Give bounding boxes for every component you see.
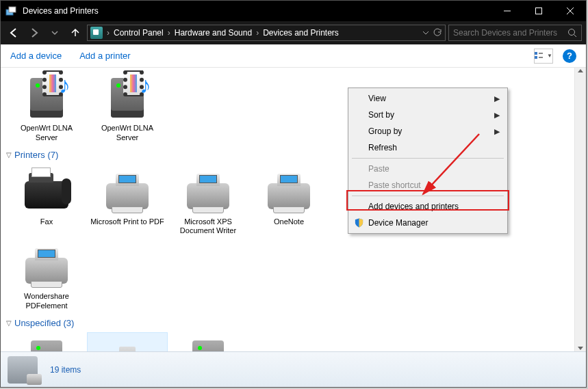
device-label: Wondershare PDFelement bbox=[9, 292, 84, 311]
device-item[interactable]: ♪ OpenWrt DLNA Server bbox=[87, 70, 168, 146]
breadcrumb-control-panel[interactable]: Control Panel bbox=[111, 28, 166, 38]
device-label: OneNote bbox=[274, 217, 304, 227]
view-mode-button[interactable]: ▼ bbox=[534, 49, 553, 64]
window-title: Devices and Printers bbox=[21, 6, 491, 16]
ctx-paste: Paste bbox=[350, 161, 505, 177]
unspecified-section-header[interactable]: ▽ Unspecified (3) bbox=[1, 314, 574, 330]
command-bar: Add a device Add a printer ▼ ? bbox=[1, 44, 586, 68]
device-label: Fax bbox=[40, 217, 53, 227]
music-note-icon: ♪ bbox=[140, 72, 151, 98]
svg-line-7 bbox=[574, 35, 577, 38]
submenu-arrow-icon: ▶ bbox=[494, 94, 500, 103]
music-note-icon: ♪ bbox=[59, 72, 71, 98]
unspecified-item-selected[interactable] bbox=[87, 332, 168, 352]
svg-rect-10 bbox=[539, 53, 543, 54]
section-label: Unspecified (3) bbox=[14, 318, 74, 328]
context-menu: View▶ Sort by▶ Group by▶ Refresh Paste P… bbox=[348, 88, 508, 234]
submenu-arrow-icon: ▶ bbox=[494, 111, 500, 120]
up-button[interactable] bbox=[66, 24, 84, 42]
status-text: 19 items bbox=[50, 365, 81, 375]
device-label: OpenWrt DLNA Server bbox=[9, 124, 84, 143]
search-input[interactable] bbox=[453, 28, 567, 38]
breadcrumb-devices-printers[interactable]: Devices and Printers bbox=[260, 28, 342, 38]
help-button[interactable]: ? bbox=[563, 49, 576, 63]
add-printer-link[interactable]: Add a printer bbox=[79, 51, 130, 61]
device-label: OpenWrt DLNA Server bbox=[90, 124, 165, 143]
add-device-link[interactable]: Add a device bbox=[10, 51, 62, 61]
printer-item[interactable]: Wondershare PDFelement bbox=[6, 239, 87, 314]
breadcrumb-hardware-sound[interactable]: Hardware and Sound bbox=[172, 28, 255, 38]
ctx-paste-shortcut: Paste shortcut bbox=[350, 177, 505, 193]
submenu-arrow-icon: ▶ bbox=[494, 127, 500, 136]
search-box[interactable] bbox=[448, 25, 582, 41]
unspecified-grid bbox=[1, 330, 574, 352]
svg-rect-1 bbox=[9, 7, 16, 12]
device-label: Microsoft XPS Document Writer bbox=[170, 217, 246, 237]
forward-button[interactable] bbox=[25, 24, 43, 42]
unspecified-item[interactable] bbox=[168, 332, 248, 352]
menu-separator bbox=[352, 158, 504, 159]
address-bar[interactable]: › Control Panel › Hardware and Sound › D… bbox=[87, 25, 446, 41]
ctx-view[interactable]: View▶ bbox=[350, 90, 505, 107]
printer-item[interactable]: OneNote bbox=[248, 164, 329, 239]
ctx-refresh[interactable]: Refresh bbox=[350, 139, 505, 156]
menu-separator bbox=[352, 196, 504, 196]
chevron-right-icon[interactable]: › bbox=[105, 28, 111, 38]
svg-rect-8 bbox=[535, 52, 537, 55]
ctx-group-by[interactable]: Group by▶ bbox=[350, 123, 505, 139]
status-icon bbox=[8, 356, 38, 384]
chevron-right-icon[interactable]: › bbox=[166, 28, 172, 38]
ctx-sort-by[interactable]: Sort by▶ bbox=[350, 107, 505, 123]
printer-item[interactable]: Microsoft Print to PDF bbox=[87, 164, 168, 239]
printer-item-fax[interactable]: Fax bbox=[6, 164, 87, 239]
maximize-button[interactable] bbox=[523, 1, 554, 21]
unspecified-item[interactable] bbox=[6, 332, 87, 352]
chevron-down-icon: ▽ bbox=[6, 319, 14, 327]
vertical-scrollbar[interactable] bbox=[574, 68, 586, 351]
refresh-icon[interactable] bbox=[433, 28, 442, 38]
minimize-button[interactable] bbox=[491, 1, 523, 21]
back-button[interactable] bbox=[5, 24, 23, 42]
search-icon[interactable] bbox=[567, 28, 577, 38]
svg-rect-9 bbox=[535, 56, 537, 59]
svg-rect-11 bbox=[539, 57, 543, 58]
title-bar: Devices and Printers bbox=[1, 1, 586, 21]
nav-bar: › Control Panel › Hardware and Sound › D… bbox=[1, 21, 586, 44]
section-label: Printers (7) bbox=[14, 150, 58, 160]
address-dropdown-icon[interactable] bbox=[422, 29, 430, 37]
chevron-right-icon[interactable]: › bbox=[255, 28, 260, 38]
printer-item[interactable]: Microsoft XPS Document Writer bbox=[168, 164, 248, 239]
location-icon bbox=[90, 27, 103, 39]
status-bar: 19 items bbox=[1, 351, 586, 387]
ctx-device-manager[interactable]: Device Manager bbox=[350, 215, 505, 231]
device-item[interactable]: ♪ OpenWrt DLNA Server bbox=[6, 70, 87, 146]
svg-rect-3 bbox=[536, 8, 542, 14]
shield-icon bbox=[354, 217, 364, 228]
app-icon bbox=[1, 5, 21, 16]
device-label: Microsoft Print to PDF bbox=[90, 217, 164, 227]
svg-point-6 bbox=[569, 29, 575, 36]
recent-dropdown[interactable] bbox=[46, 24, 64, 42]
close-button[interactable] bbox=[554, 1, 586, 21]
ctx-add-devices-printers[interactable]: Add devices and printers bbox=[350, 198, 505, 215]
chevron-down-icon: ▽ bbox=[6, 151, 14, 159]
